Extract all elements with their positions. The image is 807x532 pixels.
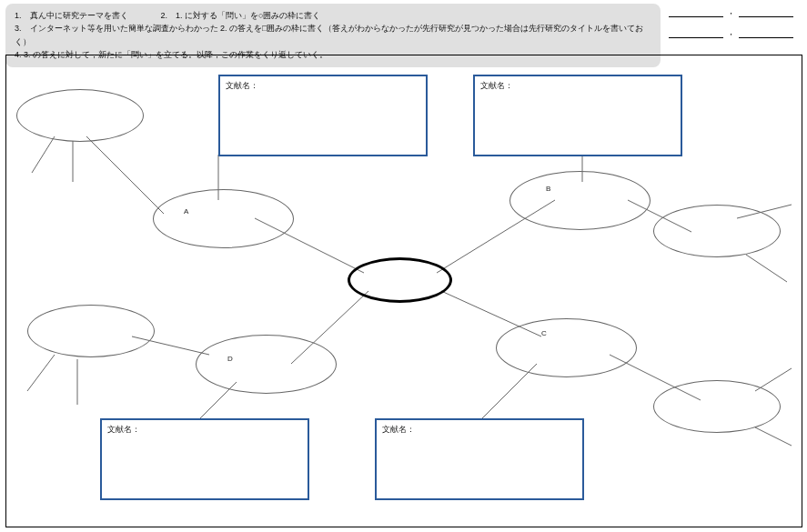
- signature-line[interactable]: [739, 27, 793, 38]
- instruction-line-2: 3. インターネット等を用いた簡単な調査からわかった 2. の答えを□囲みの枠に…: [15, 22, 651, 48]
- refbox-label: 文献名：: [382, 425, 415, 434]
- signature-line[interactable]: [669, 27, 723, 38]
- node-label-c: C: [541, 329, 547, 337]
- signature-sep: ，: [727, 5, 735, 17]
- outer-ellipse-c[interactable]: [653, 380, 781, 433]
- question-ellipse-b[interactable]: [509, 171, 651, 230]
- question-ellipse-c[interactable]: [496, 318, 637, 377]
- node-label-d: D: [227, 355, 233, 363]
- question-ellipse-d[interactable]: [196, 335, 337, 394]
- node-label-a: A: [184, 207, 188, 216]
- refbox-label: 文献名：: [226, 81, 258, 90]
- refbox-label: 文献名：: [107, 425, 140, 434]
- refbox-label: 文献名：: [480, 81, 513, 90]
- question-ellipse-a[interactable]: [153, 189, 294, 248]
- reference-box-b[interactable]: 文献名：: [473, 75, 682, 156]
- instruction-line-1: 1. 真ん中に研究テーマを書く 2. 1. に対する「問い」を○囲みの枠に書く: [15, 9, 651, 22]
- reference-box-a[interactable]: 文献名：: [218, 75, 428, 156]
- outer-ellipse-a[interactable]: [16, 89, 144, 142]
- outer-ellipse-d[interactable]: [27, 305, 155, 357]
- reference-box-d[interactable]: 文献名：: [100, 418, 309, 500]
- signature-sep: ，: [727, 26, 735, 38]
- signature-line[interactable]: [669, 6, 723, 17]
- node-label-b: B: [546, 185, 550, 193]
- signature-area: ， ，: [669, 5, 803, 38]
- reference-box-c[interactable]: 文献名：: [375, 418, 584, 500]
- center-theme-ellipse[interactable]: [348, 257, 452, 303]
- signature-line[interactable]: [739, 6, 793, 17]
- outer-ellipse-b[interactable]: [653, 205, 781, 257]
